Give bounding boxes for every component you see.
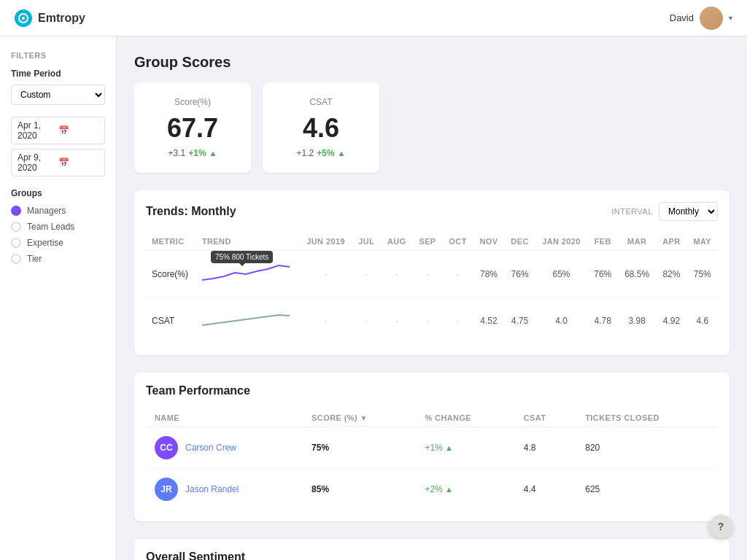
member-name-cell: JR Jason Randel [146, 469, 303, 510]
data-cell: - [300, 251, 352, 298]
change-value: +1% [425, 443, 442, 453]
col-change: % CHANGE [416, 409, 514, 427]
score-change-pct: +1% [188, 148, 206, 158]
data-cell: 76% [504, 251, 535, 298]
col-aug: AUG [381, 233, 412, 251]
member-name[interactable]: Jason Randel [185, 484, 239, 494]
sidebar-item-managers[interactable]: Managers [11, 206, 105, 216]
sidebar-item-tier[interactable]: Tier [11, 254, 105, 264]
col-name: NAME [146, 409, 303, 427]
data-cell: - [413, 298, 443, 344]
arrow-up-icon: ▲ [338, 149, 346, 158]
sparkline-cell: 75% 800 Tickets [196, 251, 300, 298]
tickets-cell: 820 [576, 427, 718, 469]
change-value: +2% [425, 484, 442, 494]
arrow-up-icon: ▲ [209, 149, 217, 158]
user-menu[interactable]: David ▾ [670, 7, 732, 30]
logo: Emtropy [15, 9, 85, 27]
chevron-down-icon: ▾ [729, 14, 732, 22]
radio-circle [11, 206, 21, 216]
data-cell: 4.92 [656, 298, 686, 344]
csat-cell: 4.4 [515, 469, 576, 510]
col-sep: SEP [413, 233, 443, 251]
col-nov: NOV [473, 233, 505, 251]
time-period-label: Time Period [11, 69, 105, 79]
metric-cell: CSAT [146, 298, 196, 344]
csat-change: +1.2 +5% ▲ [285, 148, 357, 158]
sidebar-item-team-leads[interactable]: Team Leads [11, 222, 105, 232]
data-cell: 4.0 [535, 298, 588, 344]
sort-arrow-icon: ▼ [360, 414, 367, 422]
col-jan2020: JAN 2020 [535, 233, 588, 251]
score-label: Score(%) [156, 97, 229, 107]
col-tickets: TICKETS CLOSED [576, 409, 718, 427]
team-performance-title: Team Performance [146, 384, 718, 397]
member-name-cell: CC Carson Crew [146, 427, 303, 469]
col-trend: TREND [196, 233, 300, 251]
csat-cell: 4.8 [515, 427, 576, 469]
filters-label: FILTERS [11, 51, 105, 60]
time-period-section: Time Period Custom Last 7 Days Last 30 D… [11, 69, 105, 105]
col-jun2019: JUN 2019 [300, 233, 352, 251]
member-avatar: CC [155, 436, 178, 459]
sidebar: FILTERS Time Period Custom Last 7 Days L… [0, 36, 117, 560]
trends-table: METRIC TREND JUN 2019 JUL AUG SEP OCT NO… [146, 233, 718, 343]
group-label: Tier [27, 254, 42, 264]
col-jul: JUL [352, 233, 381, 251]
data-cell: 82% [656, 251, 686, 298]
team-table: NAME SCORE (%) ▼ % CHANGE CSAT TICKETS C… [146, 409, 718, 510]
change-cell: +1% ▲ [416, 427, 514, 469]
csat-value: 4.6 [285, 113, 357, 144]
group-scores-title: Group Scores [134, 54, 729, 71]
group-label: Team Leads [27, 222, 74, 232]
score-change: +3.1 +1% ▲ [156, 148, 229, 158]
data-cell: 4.75 [504, 298, 535, 344]
table-row: CSAT-----4.524.754.04.783.984.924.6 [146, 298, 718, 344]
main-content: Group Scores Score(%) 67.7 +3.1 +1% ▲ CS… [117, 36, 747, 560]
calendar-icon: 📅 [58, 158, 99, 168]
data-cell: 76% [587, 251, 618, 298]
tickets-cell: 625 [576, 469, 718, 510]
sidebar-item-expertise[interactable]: Expertise [11, 238, 105, 248]
col-dec: DEC [504, 233, 535, 251]
interval-select[interactable]: Monthly Weekly Daily [659, 202, 718, 221]
data-cell: - [381, 298, 412, 344]
score-change-num: +3.1 [169, 148, 186, 158]
trends-section: Trends: Monthly INTERVAL Monthly Weekly … [134, 190, 729, 355]
data-cell: 78% [473, 251, 505, 298]
csat-label: CSAT [285, 97, 357, 107]
data-cell: - [300, 298, 352, 344]
data-cell: - [442, 251, 473, 298]
change-cell: +2% ▲ [416, 469, 514, 510]
overall-sentiment-section: Overall Sentiment POSITIVE NEGATIVE UNOB… [134, 539, 729, 560]
member-name[interactable]: Carson Crew [185, 443, 236, 453]
score-card: Score(%) 67.7 +3.1 +1% ▲ [134, 82, 251, 173]
radio-circle [11, 254, 21, 264]
data-cell: 4.78 [587, 298, 618, 344]
col-metric: METRIC [146, 233, 196, 251]
table-row: CC Carson Crew 75% +1% ▲ 4.8 820 [146, 427, 718, 469]
help-button[interactable]: ? [709, 515, 732, 538]
table-row: Score(%)75% 800 Tickets-----78%76%65%76%… [146, 251, 718, 298]
date-to-input[interactable]: Apr 9, 2020 📅 [11, 149, 105, 176]
date-from-input[interactable]: Apr 1, 2020 📅 [11, 117, 105, 144]
data-cell: - [352, 298, 381, 344]
logo-icon [15, 9, 32, 27]
sparkline-cell [196, 298, 300, 344]
data-cell: 68.5% [618, 251, 656, 298]
group-label: Expertise [27, 238, 63, 248]
app-header: Emtropy David ▾ [0, 0, 747, 36]
member-avatar: JR [155, 478, 178, 501]
col-score: SCORE (%) ▼ [303, 409, 416, 427]
group-list: ManagersTeam LeadsExpertiseTier [11, 206, 105, 264]
col-csat: CSAT [515, 409, 576, 427]
logo-text: Emtropy [38, 12, 85, 25]
csat-change-pct: +5% [317, 148, 334, 158]
col-mar: MAR [618, 233, 656, 251]
data-cell: - [413, 251, 443, 298]
groups-label: Groups [11, 188, 105, 198]
csat-change-num: +1.2 [297, 148, 314, 158]
trend-tooltip: 75% 800 Tickets [211, 251, 273, 263]
time-period-select[interactable]: Custom Last 7 Days Last 30 Days Last 90 … [11, 85, 105, 105]
data-cell: 75% [686, 251, 718, 298]
